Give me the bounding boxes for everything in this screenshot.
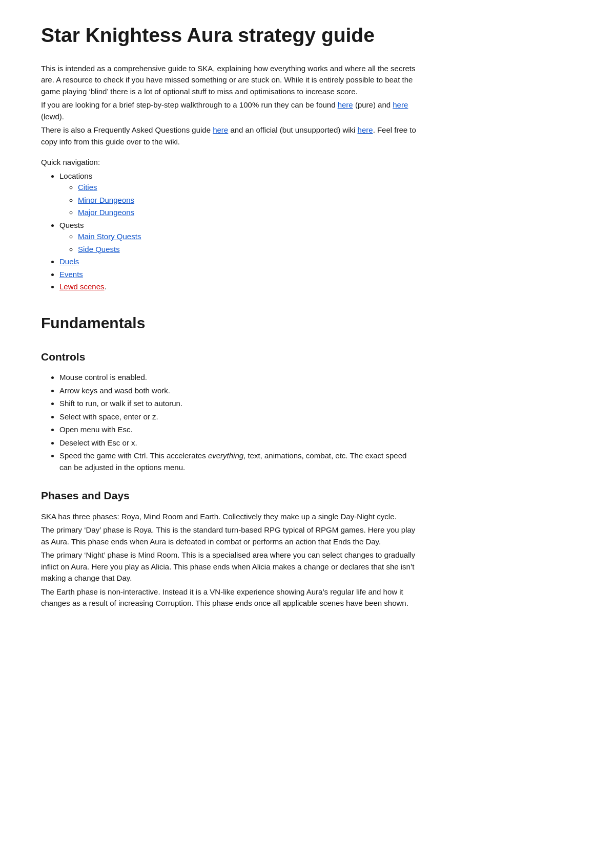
minor-dungeons-link[interactable]: Minor Dungeons	[78, 196, 134, 204]
phases-paragraph-3: The primary ‘Night’ phase is Mind Room. …	[41, 549, 420, 584]
intro-block: This is intended as a comprehensive guid…	[41, 63, 420, 148]
nav-subitem-minor-dungeons: Minor Dungeons	[78, 195, 420, 206]
intro-p2-suffix: (lewd).	[41, 112, 64, 121]
intro-p3-prefix: There is also a Frequently Asked Questio…	[41, 125, 213, 134]
phases-paragraph-4: The Earth phase is non-interactive. Inst…	[41, 586, 420, 609]
intro-p3-mid: and an official (but unsupported) wiki	[228, 125, 357, 134]
page-title: Star Knightess Aura strategy guide	[41, 20, 420, 51]
controls-item-6: Deselect with Esc or x.	[59, 437, 420, 449]
controls-item-7: Speed the game with Ctrl. This accelerat…	[59, 450, 420, 473]
phases-days-heading: Phases and Days	[41, 488, 420, 504]
events-link[interactable]: Events	[59, 270, 83, 279]
wiki-link[interactable]: here	[358, 125, 373, 134]
controls-item-5: Open menu with Esc.	[59, 424, 420, 436]
nav-subitem-side-quests: Side Quests	[78, 244, 420, 256]
fundamentals-heading: Fundamentals	[41, 311, 420, 334]
intro-p2-mid: (pure) and	[353, 100, 393, 109]
walkthrough-lewd-link[interactable]: here	[393, 100, 408, 109]
nav-sublist-locations: Cities Minor Dungeons Major Dungeons	[59, 182, 420, 219]
nav-item-duels: Duels	[59, 256, 420, 268]
controls-heading: Controls	[41, 349, 420, 365]
nav-item-locations-label: Locations	[59, 172, 92, 180]
nav-item-events: Events	[59, 269, 420, 281]
phases-paragraph-1: SKA has three phases: Roya, Mind Room an…	[41, 511, 420, 523]
nav-subitem-major-dungeons: Major Dungeons	[78, 207, 420, 219]
intro-paragraph-1: This is intended as a comprehensive guid…	[41, 63, 420, 98]
lewd-scenes-link[interactable]: Lewd scenes	[59, 282, 105, 291]
main-story-quests-link[interactable]: Main Story Quests	[78, 232, 141, 241]
intro-paragraph-3: There is also a Frequently Asked Questio…	[41, 124, 420, 147]
faq-link[interactable]: here	[213, 125, 228, 134]
phases-paragraph-2: The primary ‘Day’ phase is Roya. This is…	[41, 524, 420, 547]
controls-italic-everything: everything	[208, 451, 243, 460]
major-dungeons-link[interactable]: Major Dungeons	[78, 208, 134, 217]
nav-item-quests: Quests Main Story Quests Side Quests	[59, 220, 420, 256]
cities-link[interactable]: Cities	[78, 183, 97, 192]
side-quests-link[interactable]: Side Quests	[78, 245, 120, 253]
controls-item-2: Arrow keys and wasd both work.	[59, 385, 420, 397]
controls-item-4: Select with space, enter or z.	[59, 411, 420, 423]
quick-navigation: Quick navigation: Locations Cities Minor…	[41, 157, 420, 293]
nav-item-quests-label: Quests	[59, 221, 84, 229]
quick-nav-label: Quick navigation:	[41, 157, 420, 168]
nav-item-lewd-scenes: Lewd scenes.	[59, 281, 420, 293]
nav-item-locations: Locations Cities Minor Dungeons Major Du…	[59, 171, 420, 219]
nav-list: Locations Cities Minor Dungeons Major Du…	[41, 171, 420, 293]
controls-item-3: Shift to run, or walk if set to autorun.	[59, 398, 420, 410]
lewd-scenes-period: .	[105, 282, 107, 291]
controls-list: Mouse control is enabled. Arrow keys and…	[41, 372, 420, 473]
intro-p2-prefix: If you are looking for a brief step-by-s…	[41, 100, 338, 109]
duels-link[interactable]: Duels	[59, 257, 79, 266]
nav-sublist-quests: Main Story Quests Side Quests	[59, 231, 420, 255]
walkthrough-pure-link[interactable]: here	[338, 100, 353, 109]
intro-paragraph-2: If you are looking for a brief step-by-s…	[41, 99, 420, 122]
nav-subitem-main-story-quests: Main Story Quests	[78, 231, 420, 243]
controls-item-1: Mouse control is enabled.	[59, 372, 420, 384]
nav-subitem-cities: Cities	[78, 182, 420, 194]
